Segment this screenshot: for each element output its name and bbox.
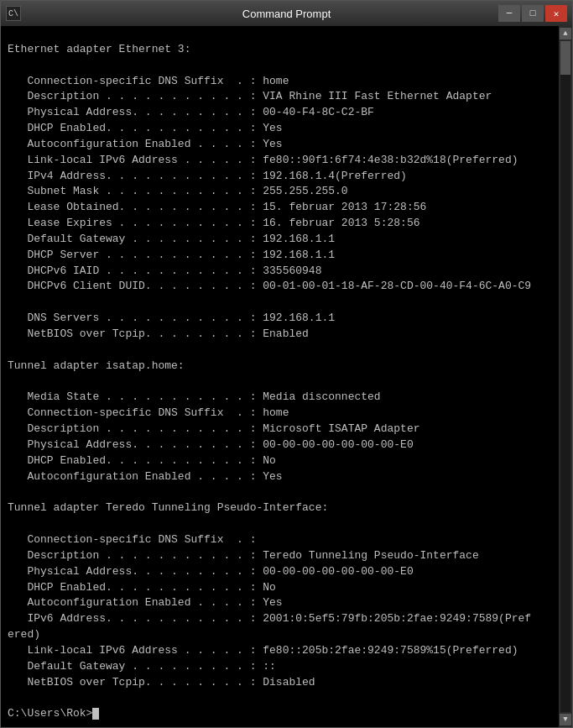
cmd-icon: C\: [6, 6, 21, 21]
scroll-up-arrow[interactable]: ▲: [560, 28, 571, 39]
minimize-button[interactable]: ─: [498, 5, 520, 22]
titlebar-buttons: ─ □ ✕: [498, 5, 567, 22]
terminal-content[interactable]: Microsoft Windows [Version 6.2.9200] (c)…: [1, 26, 559, 727]
maximize-button[interactable]: □: [522, 5, 544, 22]
scroll-track[interactable]: [560, 41, 570, 712]
scrollbar[interactable]: ▲ ▼: [559, 26, 572, 727]
cursor: [92, 708, 99, 720]
titlebar-left: C\: [6, 6, 21, 21]
window-title: Command Prompt: [242, 8, 331, 20]
close-button[interactable]: ✕: [545, 5, 567, 22]
terminal-area: Microsoft Windows [Version 6.2.9200] (c)…: [1, 26, 572, 727]
titlebar: C\ Command Prompt ─ □ ✕: [1, 1, 572, 26]
scroll-thumb[interactable]: [560, 41, 570, 75]
scroll-down-arrow[interactable]: ▼: [560, 714, 571, 725]
cmd-window: C\ Command Prompt ─ □ ✕ Microsoft Window…: [0, 0, 573, 728]
